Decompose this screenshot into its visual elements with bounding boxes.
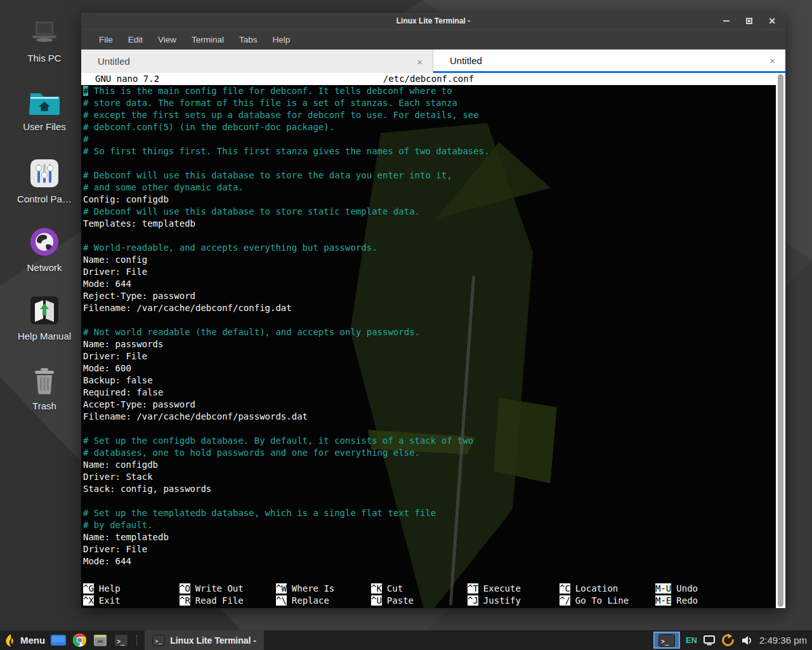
terminal-line: Mode: 644 — [83, 555, 776, 567]
terminal-line: Reject-Type: password — [83, 290, 776, 302]
terminal-launcher-icon[interactable]: >_ — [114, 633, 129, 648]
terminal-line: Filename: /var/cache/debconf/passwords.d… — [83, 411, 776, 423]
maximize-button[interactable] — [745, 17, 754, 25]
terminal-line: Driver: File — [83, 543, 776, 555]
nano-title-bar: GNU nano 7.2 /etc/debconf.conf — [81, 73, 776, 85]
desktop-icon-user-files[interactable]: User Files — [10, 89, 79, 132]
menubar-item-edit[interactable]: Edit — [122, 32, 149, 47]
nano-shortcut-help: ^GHelp — [83, 583, 180, 595]
desktop-icon-label: Control Pa… — [17, 194, 72, 204]
terminal-scrollbar[interactable] — [776, 73, 785, 608]
terminal-line: Stack: config, passwords — [83, 483, 776, 495]
desktop-icon-label: Trash — [32, 401, 56, 411]
tab-label: Untitled — [98, 56, 130, 67]
nano-shortcut-read-file: ^RRead File — [180, 595, 276, 607]
chrome-icon[interactable] — [72, 633, 87, 648]
task-button-terminal[interactable]: >_ Linux Lite Terminal - — [145, 630, 264, 650]
terminal-line: Backup: false — [83, 375, 776, 387]
nano-shortcut-cut: ^KCut — [371, 583, 468, 595]
trash-icon — [30, 367, 59, 395]
taskbar: Menu — [0, 630, 812, 650]
tab-close-icon[interactable]: × — [769, 55, 775, 66]
terminal-line: # by default. — [83, 519, 776, 531]
nano-shortcut-undo: M-UUndo — [655, 583, 738, 595]
terminal-line: Driver: Stack — [83, 471, 776, 483]
nano-shortcut-paste: ^UPaste — [371, 595, 468, 607]
keyboard-layout-indicator[interactable]: EN — [686, 635, 697, 645]
tab-bar: Untitled × Untitled × — [81, 50, 785, 73]
terminal-line — [83, 314, 776, 326]
terminal-line: # databases, one to hold passwords and o… — [83, 447, 776, 459]
volume-icon[interactable] — [741, 633, 754, 648]
terminal-line: Required: false — [83, 387, 776, 399]
tab-close-icon[interactable]: × — [417, 56, 422, 67]
manual-book-icon — [30, 296, 59, 325]
nano-filename: /etc/debconf.conf — [81, 73, 776, 85]
terminal-line: Driver: File — [83, 350, 776, 362]
menubar: FileEditViewTerminalTabsHelp — [81, 29, 785, 50]
terminal-line: Name: configdb — [83, 459, 776, 471]
terminal-line: Filename: /var/cache/debconf/config.dat — [83, 302, 776, 314]
desktop: This PC User Files Control Pa… — [0, 0, 812, 650]
window-title: Linux Lite Terminal - — [81, 17, 785, 25]
display-tray-icon[interactable] — [703, 633, 716, 648]
terminal-line: Templates: templatedb — [83, 218, 776, 230]
clock[interactable]: 2:49:36 pm — [759, 635, 807, 646]
nano-shortcut-location: ^CLocation — [560, 583, 655, 595]
terminal-line — [83, 157, 776, 169]
terminal-content[interactable]: # This is the main config file for debco… — [81, 85, 776, 608]
terminal-line — [83, 230, 776, 242]
tab-untitled-1[interactable]: Untitled × — [81, 50, 433, 73]
nano-shortcut-exit: ^XExit — [83, 595, 180, 607]
linux-lite-logo-icon[interactable] — [5, 634, 15, 647]
terminal-line: # except the first sets up a database fo… — [83, 109, 776, 121]
desktop-icon-label: Network — [27, 262, 62, 273]
sliders-icon — [30, 159, 59, 188]
desktop-icon-control-panel[interactable]: Control Pa… — [10, 159, 79, 204]
desktop-icon-help-manual[interactable]: Help Manual — [10, 296, 79, 342]
tray-terminal-icon[interactable]: >_ — [653, 632, 680, 649]
task-terminal-icon: >_ — [152, 635, 165, 646]
terminal-screen[interactable]: GNU nano 7.2 /etc/debconf.conf # This is… — [81, 73, 776, 608]
terminal-line: Name: templatedb — [83, 531, 776, 543]
show-desktop-icon[interactable] — [51, 633, 66, 648]
nano-shortcut-replace: ^\Replace — [276, 595, 371, 607]
menu-button[interactable]: Menu — [20, 635, 45, 646]
desktop-icon-this-pc[interactable]: This PC — [10, 20, 79, 63]
scrollbar-thumb[interactable] — [778, 74, 783, 607]
terminal-window: Linux Lite Terminal - ✕ FileEditViewTerm… — [81, 13, 785, 608]
desktop-icon-label: User Files — [23, 121, 66, 132]
nano-buffer: # This is the main config file for debco… — [83, 85, 776, 567]
home-folder-icon — [29, 89, 60, 116]
desktop-icon-label: Help Manual — [18, 331, 71, 342]
desktop-icon-trash[interactable]: Trash — [10, 367, 79, 411]
nano-shortcut-go-to-line: ^/Go To Line — [560, 595, 655, 607]
terminal-line: # store data. The format of this file is… — [83, 97, 776, 109]
terminal-area: GNU nano 7.2 /etc/debconf.conf # This is… — [81, 73, 785, 608]
menubar-item-help[interactable]: Help — [266, 32, 297, 47]
minimize-button[interactable] — [722, 17, 731, 25]
menubar-item-file[interactable]: File — [93, 32, 119, 47]
task-button-label: Linux Lite Terminal - — [170, 635, 256, 646]
close-button[interactable]: ✕ — [768, 17, 776, 25]
menubar-item-terminal[interactable]: Terminal — [185, 32, 230, 47]
globe-icon — [30, 227, 59, 256]
terminal-line: # So first things first. This first stan… — [83, 145, 776, 157]
desktop-icon-label: This PC — [27, 53, 61, 63]
menubar-item-view[interactable]: View — [152, 32, 183, 47]
file-manager-icon[interactable] — [93, 633, 108, 648]
menubar-item-tabs[interactable]: Tabs — [233, 32, 264, 47]
terminal-line — [83, 423, 776, 435]
desktop-icon-network[interactable]: Network — [10, 227, 79, 273]
text-cursor: # — [83, 86, 88, 96]
nano-shortcut-write-out: ^OWrite Out — [180, 583, 276, 595]
tab-untitled-2[interactable]: Untitled × — [433, 50, 785, 73]
terminal-line: # — [83, 133, 776, 145]
terminal-line: # World-readable, and accepts everything… — [83, 242, 776, 254]
window-titlebar[interactable]: Linux Lite Terminal - ✕ — [81, 13, 785, 29]
terminal-line: Name: config — [83, 254, 776, 266]
terminal-line: # and some other dynamic data. — [83, 182, 776, 194]
nano-shortcut-justify: ^JJustify — [468, 595, 560, 607]
taskbar-separator — [136, 635, 137, 646]
update-manager-icon[interactable] — [721, 633, 735, 648]
